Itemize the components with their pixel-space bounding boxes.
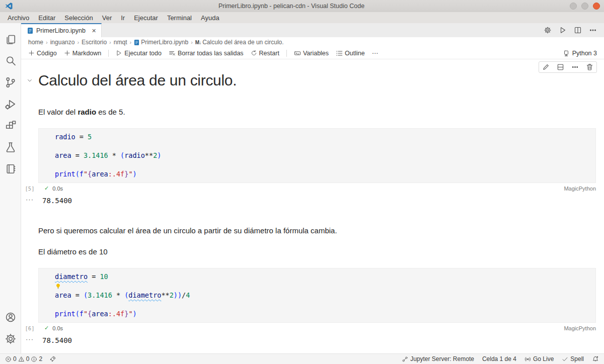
add-code-button[interactable]: Código: [28, 50, 57, 57]
vscode-logo-icon: [5, 2, 13, 10]
markdown-cell-radio[interactable]: El valor del radio es de 5.: [21, 107, 596, 117]
language-label[interactable]: MagicPython: [564, 186, 596, 192]
code-editor-1[interactable]: radio = 5 area = 3.1416 * (radio**2) pri…: [38, 128, 596, 183]
tab-close-icon[interactable]: ✕: [92, 28, 96, 34]
execution-count: [5]: [25, 186, 35, 192]
edit-cell-icon[interactable]: [542, 63, 550, 71]
go-live-button[interactable]: Go Live: [524, 355, 554, 362]
clear-all-icon: [169, 50, 176, 57]
error-icon: [5, 356, 12, 362]
run-and-debug-icon[interactable]: [0, 93, 21, 115]
output-text: 78.5400: [38, 335, 596, 345]
notebook-icon[interactable]: [0, 158, 21, 179]
output-menu-icon[interactable]: ···: [26, 196, 34, 203]
menu-ejecutar[interactable]: Ejecutar: [129, 13, 163, 23]
cell-output-2: ··· 78.5400: [21, 335, 596, 345]
menu-seleccion[interactable]: Selección: [60, 13, 97, 23]
notifications-bell-icon[interactable]: [592, 355, 599, 362]
testing-icon[interactable]: [0, 136, 21, 158]
markdown-icon: M↓: [195, 40, 201, 45]
vscode-window: PrimerLibro.ipynb - pelican-cdn - Visual…: [0, 0, 604, 364]
split-cell-icon[interactable]: [557, 63, 564, 71]
cell-more-icon[interactable]: [571, 63, 579, 71]
problems-indicator[interactable]: 0 0 2: [5, 355, 42, 362]
outline-icon: [336, 50, 343, 57]
cell-status-1: [5] ✓ 0.0s MagicPython: [21, 184, 596, 193]
cell-position-indicator[interactable]: Celda 1 de 4: [482, 355, 516, 362]
activity-bar: [0, 23, 21, 353]
menu-editar[interactable]: Editar: [34, 13, 60, 23]
execution-duration: 0.0s: [52, 325, 63, 331]
breadcrumb-file[interactable]: PrimerLibro.ipynb: [141, 39, 188, 46]
notebook-h1: Calculo del área de un circulo.: [38, 70, 596, 90]
menu-ir[interactable]: Ir: [116, 13, 129, 23]
breadcrumb-inguanzo[interactable]: inguanzo: [50, 39, 75, 46]
window-controls: [570, 3, 600, 10]
menu-terminal[interactable]: Terminal: [163, 13, 196, 23]
breadcrumb-nmqt[interactable]: nmqt: [114, 39, 127, 46]
jupyter-server-indicator[interactable]: Jupyter Server: Remote: [402, 355, 474, 362]
restart-button[interactable]: Restart: [251, 50, 279, 57]
markdown-cell-heading[interactable]: Calculo del área de un circulo.: [21, 70, 596, 90]
code-editor-2[interactable]: diametro = 10area = (3.1416 * (diametro*…: [38, 268, 596, 323]
split-editor-icon[interactable]: [574, 26, 582, 34]
outline-button[interactable]: Outline: [336, 50, 365, 57]
output-menu-icon[interactable]: ···: [26, 335, 34, 343]
notebook-toolbar: Código Markdown Ejecutar todo Borrar tod…: [21, 47, 604, 59]
menu-bar: Archivo Editar Selección Ver Ir Ejecutar…: [0, 12, 604, 23]
notebook-file-icon: [27, 27, 33, 34]
rocket-icon[interactable]: [49, 355, 56, 362]
code-cell-2: diametro = 10area = (3.1416 * (diametro*…: [21, 268, 596, 323]
explorer-icon[interactable]: [0, 28, 21, 50]
cell-output-1: ··· 78.5400: [21, 196, 596, 206]
source-control-icon[interactable]: [0, 71, 21, 93]
breadcrumb: home› inguanzo› Escritorio› nmqt› Primer…: [21, 37, 604, 47]
variables-button[interactable]: Variables: [294, 50, 329, 57]
info-icon: [31, 356, 37, 362]
notebook-editor: Calculo del área de un circulo. El valor…: [21, 59, 604, 353]
settings-gear-icon[interactable]: [0, 328, 21, 349]
success-check-icon: ✓: [44, 325, 49, 331]
extensions-icon[interactable]: [0, 115, 21, 136]
remote-link-icon: [402, 356, 408, 362]
run-all-button[interactable]: Ejecutar todo: [116, 50, 162, 57]
variables-icon: [294, 50, 301, 57]
menu-archivo[interactable]: Archivo: [3, 13, 34, 23]
account-icon[interactable]: [0, 306, 21, 328]
markdown-cell-diametro[interactable]: El diámetro es de 10: [21, 247, 596, 257]
paragraph-diametro: El diámetro es de 10: [38, 247, 596, 257]
menu-ayuda[interactable]: Ayuda: [196, 13, 224, 23]
breadcrumb-section[interactable]: Calculo del área de un circulo.: [202, 39, 283, 46]
close-button[interactable]: [593, 3, 600, 10]
breadcrumb-home[interactable]: home: [28, 39, 43, 46]
delete-cell-icon[interactable]: [586, 63, 593, 71]
collapse-chevron-icon[interactable]: [27, 77, 33, 83]
kernel-picker[interactable]: Python 3: [563, 50, 597, 57]
cell-status-2: [6] ✓ 0.0s MagicPython: [21, 324, 596, 333]
toolbar-more-button[interactable]: ⋯: [372, 49, 379, 57]
notebook-settings-icon[interactable]: [544, 26, 552, 34]
markdown-cell-diametro-intro[interactable]: Pero si queremos calcular el área de un …: [21, 226, 596, 236]
clear-outputs-button[interactable]: Borrar todas las salidas: [169, 50, 244, 57]
run-icon[interactable]: [559, 26, 567, 34]
minimize-button[interactable]: [570, 3, 577, 10]
kernel-server-icon: [563, 50, 570, 57]
spell-checker-indicator[interactable]: Spell: [562, 355, 584, 362]
window-title: PrimerLibro.ipynb - pelican-cdn - Visual…: [13, 3, 570, 10]
language-label[interactable]: MagicPython: [564, 325, 596, 331]
search-icon[interactable]: [0, 50, 21, 71]
status-bar: 0 0 2 Jupyter Server: Remote Celda 1 de …: [0, 353, 604, 364]
lightbulb-icon[interactable]: [55, 283, 61, 289]
add-markdown-button[interactable]: Markdown: [64, 50, 102, 57]
paragraph-formula: Pero si queremos calcular el área de un …: [38, 226, 596, 236]
menu-ver[interactable]: Ver: [98, 13, 117, 23]
more-actions-icon[interactable]: [589, 26, 597, 34]
notebook-file-icon: [134, 39, 139, 46]
breadcrumb-escritorio[interactable]: Escritorio: [82, 39, 107, 46]
run-all-icon: [116, 50, 122, 56]
warning-icon: [18, 356, 25, 362]
tab-primerlibro[interactable]: PrimerLibro.ipynb ✕: [21, 23, 102, 37]
maximize-button[interactable]: [581, 3, 588, 10]
cell-toolbar: [539, 61, 597, 73]
plus-icon: [28, 50, 35, 56]
